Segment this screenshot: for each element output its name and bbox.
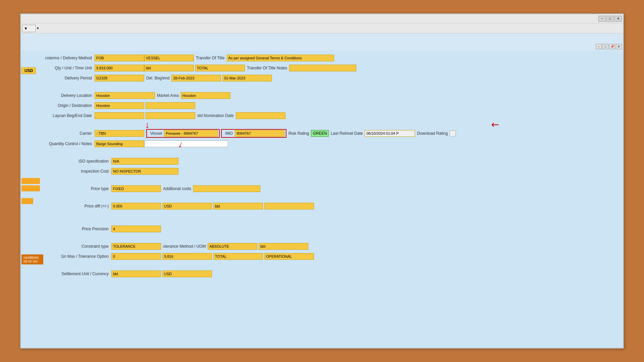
qty-control-input[interactable] [95,140,144,147]
qty-input[interactable] [95,65,144,71]
price-precision-label: Price Precision [28,227,111,231]
settlement-currency-input[interactable] [162,270,212,277]
outer-title-bar: − □ ✕ [21,14,623,23]
toolbar: ▼ ▾ [21,23,623,34]
carrier-row: Carrier Vessel IMO Risk Rating [28,129,616,138]
max-input[interactable] [162,253,212,260]
sub-arrow: ▾ [37,26,39,31]
inner-frame: − □ 📌 ✕ USD coterms / Delivery Method Tr… [21,43,623,348]
qty-control-row: Quantity Control / Notes [28,140,616,148]
laycan-row: Laycan Beg/End Date std Nomination Date [28,112,616,120]
destination-input[interactable] [146,102,195,109]
price-precision-input[interactable] [111,226,161,232]
imo-highlight-box: IMO [221,129,286,138]
delivery-location-label: Delivery Location [28,93,95,98]
coterms-label: coterms / Delivery Method [28,56,95,60]
qty-control-label: Quantity Control / Notes [28,141,95,146]
iso-spec-row: ISO specification [28,157,616,165]
inner-maximize-button[interactable]: □ [602,44,608,49]
content-area: USD coterms / Delivery Method Transfer O… [21,51,623,348]
constraint-type-input[interactable] [111,243,161,250]
tolerance-unit-input[interactable] [259,243,308,250]
inner-minimize-button[interactable]: − [596,44,602,49]
inspection-input[interactable] [111,168,178,175]
carrier-label: Carrier [28,131,95,136]
minimize-button[interactable]: − [598,16,606,22]
unit-input[interactable] [144,65,194,71]
market-area-input[interactable] [181,92,230,99]
risk-value: GREEN [311,130,329,137]
price-type-row: Price type Additional costs [28,185,616,193]
qty-control-notes-input[interactable] [144,140,228,147]
coterms-row: coterms / Delivery Method Transfer Of Ti… [28,54,616,62]
inner-pin-button[interactable]: 📌 [609,44,615,49]
constraint-type-label: Constraint type [28,244,111,249]
transfer-title-label: Transfer Of Title [196,56,225,60]
vessel-field-input[interactable] [164,130,218,137]
price-diff-unit-input[interactable] [213,203,263,209]
vessel-field-label: Vessel [150,131,162,136]
last-retrivel-input[interactable] [365,130,415,137]
tolerance-method-input[interactable] [208,243,257,250]
price-diff-usd-input[interactable] [162,203,212,209]
del-end-input[interactable] [222,75,272,81]
std-nom-label: std Nomination Date [197,113,234,118]
origin-input[interactable] [95,102,144,109]
delivery-period-row: Delivery Period Del. Beg/end [28,74,616,82]
price-diff-input[interactable] [111,203,161,209]
del-begin-input[interactable] [171,75,221,81]
iso-spec-input[interactable] [111,158,178,165]
iso-spec-label: ISO specification [28,159,111,164]
min-input[interactable] [111,253,161,260]
transfer-notes-label: Transfer Of Title Notes [247,66,287,70]
origin-destination-row: Origin / Destination [28,102,616,110]
inner-title-bar: − □ 📌 ✕ [21,43,623,51]
settlement-label: Settlement Unit / Currency [28,272,111,276]
vessel-input[interactable] [144,55,194,61]
del-begend-label: Del. Beg/end [146,76,169,80]
coterms-input[interactable] [95,55,144,61]
price-type-input[interactable] [111,185,161,192]
qty-label: Qty / Unit / Time Unit [28,66,95,70]
delivery-period-input[interactable] [95,75,144,81]
additional-costs-label: Additional costs [163,186,191,191]
tolerance-method-label: olerance Method / UOM [163,244,206,249]
laycan-label: Laycan Beg/End Date [28,113,95,118]
std-nom-input[interactable] [236,112,285,119]
delivery-location-input[interactable] [95,92,155,99]
constraint-type-row: Constraint type olerance Method / UOM [28,242,616,250]
inner-close-button[interactable]: ✕ [616,44,622,49]
conditions-badge: conditions ed on our [21,254,43,264]
toolbar-dropdown[interactable]: ▼ [22,25,36,32]
min-max-row: 1in Max / Tolerance Option [28,252,616,260]
transfer-title-input[interactable] [227,55,334,61]
laycan-end-input[interactable] [146,112,195,119]
inspection-label: Inspection Cost [28,169,111,174]
laycan-begin-input[interactable] [95,112,144,119]
close-button[interactable]: ✕ [614,16,622,22]
imo-input[interactable] [235,130,284,137]
transfer-notes-input[interactable] [289,65,356,71]
qty-row: Qty / Unit / Time Unit Transfer Of Title… [28,64,616,72]
price-precision-row: Price Precision [28,225,616,233]
usd-badge: USD [21,67,36,74]
risk-label: Risk Rating [288,131,309,136]
download-rating-label: Download Rating [417,131,447,136]
dropdown-arrow: ▼ [24,26,28,31]
origin-destination-label: Origin / Destination [28,103,95,108]
download-rating-button[interactable] [450,130,456,136]
settlement-unit-input[interactable] [111,270,161,277]
settlement-row: Settlement Unit / Currency [28,270,616,278]
delivery-location-row: Delivery Location Market Area [28,92,616,100]
additional-costs-input[interactable] [193,185,260,192]
maximize-button[interactable]: □ [606,16,614,22]
total-input[interactable] [195,65,245,71]
price-diff-extra-input[interactable] [264,203,314,209]
carrier-input[interactable] [95,130,144,137]
total2-input[interactable] [213,253,263,260]
market-area-label: Market Area [157,93,179,98]
delivery-period-label: Delivery Period [28,76,95,80]
price-diff-row: Price diff (+/-) [28,202,616,210]
imo-label: IMO [225,131,233,136]
operational-input[interactable] [264,253,314,260]
